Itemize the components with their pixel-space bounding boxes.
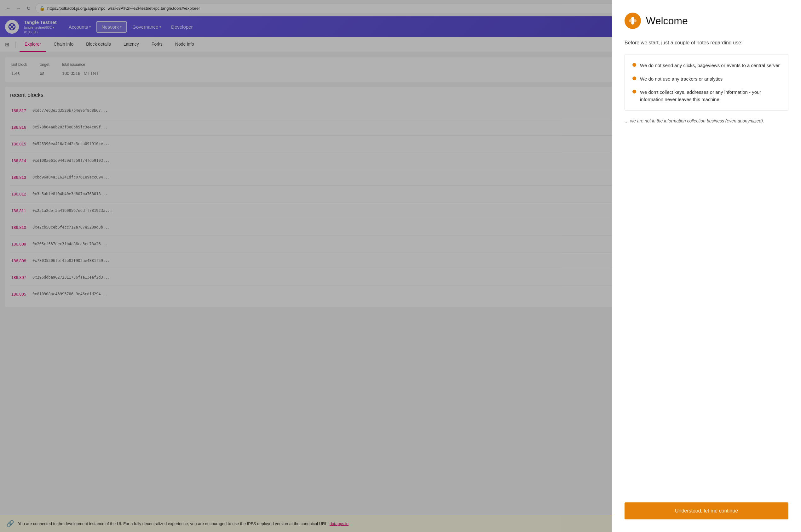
modal-overlay: Welcome Before we start, just a couple o…	[0, 0, 801, 518]
privacy-box: We do not send any clicks, pageviews or …	[624, 54, 788, 111]
welcome-modal: Welcome Before we start, just a couple o…	[612, 0, 801, 518]
privacy-item-3: We don't collect keys, addresses or any …	[633, 89, 781, 103]
modal-subtitle: Before we start, just a couple of notes …	[624, 39, 788, 46]
privacy-text-1: We do not send any clicks, pageviews or …	[640, 62, 780, 69]
modal-spacer	[624, 133, 788, 502]
svg-point-46	[632, 20, 634, 22]
modal-header: Welcome	[624, 13, 788, 29]
privacy-item-2: We do not use any trackers or analytics	[633, 76, 781, 83]
privacy-item-1: We do not send any clicks, pageviews or …	[633, 62, 781, 69]
bullet-dot	[633, 63, 636, 67]
polkadot-logo	[624, 13, 641, 29]
bullet-dot	[633, 90, 636, 94]
privacy-text-2: We do not use any trackers or analytics	[640, 76, 723, 83]
modal-title: Welcome	[646, 15, 688, 27]
bullet-dot	[633, 76, 636, 80]
privacy-text-3: We don't collect keys, addresses or any …	[640, 89, 781, 103]
modal-note: … we are not in the information collecti…	[624, 118, 788, 124]
continue-button[interactable]: Understood, let me continue	[624, 502, 788, 518]
